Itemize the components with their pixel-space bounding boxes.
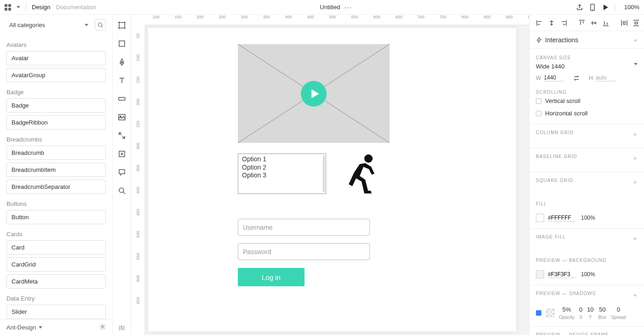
- chevron-down-icon: [39, 326, 42, 329]
- component-tool-icon[interactable]: [118, 150, 126, 158]
- group-header: Avatars: [6, 41, 106, 48]
- inspector: Interactions + Canvas size Wide 1440 W H…: [529, 15, 644, 335]
- vertical-scroll-checkbox[interactable]: Vertical scroll: [529, 95, 644, 107]
- tab-design[interactable]: Design: [32, 4, 50, 11]
- svg-rect-3: [119, 23, 125, 28]
- align-top-icon[interactable]: [578, 19, 586, 27]
- text-tool-icon[interactable]: [118, 76, 126, 85]
- component-item[interactable]: BreadcrumbItem: [6, 163, 106, 177]
- baseline-grid-section[interactable]: Baseline Grid+: [529, 148, 644, 167]
- icon-tool-icon[interactable]: [118, 131, 126, 140]
- svg-rect-4: [119, 41, 125, 46]
- page[interactable]: Option 1Option 2Option 3 Username Passwo…: [148, 28, 516, 331]
- fill-swatch[interactable]: [536, 214, 544, 222]
- component-item[interactable]: Button: [6, 210, 106, 224]
- svg-point-5: [121, 62, 122, 63]
- zoom-level[interactable]: 100%: [621, 4, 639, 11]
- list-option[interactable]: Option 2: [242, 164, 322, 172]
- username-input[interactable]: Username: [238, 219, 370, 236]
- video-placeholder[interactable]: [238, 44, 390, 143]
- svg-point-11: [364, 154, 373, 163]
- fill-section: Fill: [529, 196, 644, 212]
- component-item[interactable]: CardMeta: [6, 274, 106, 289]
- password-input[interactable]: Password: [238, 243, 370, 260]
- component-item[interactable]: BadgeRibbon: [6, 115, 106, 130]
- align-center-v-icon[interactable]: [590, 19, 598, 27]
- device-icon[interactable]: [589, 4, 596, 11]
- horizontal-scroll-checkbox[interactable]: Horizontal scroll: [529, 107, 644, 119]
- component-item[interactable]: Badge: [6, 98, 106, 113]
- shadow-enabled-checkbox[interactable]: [536, 310, 541, 316]
- component-item[interactable]: Breadcrumb: [6, 146, 106, 160]
- gear-icon[interactable]: [99, 324, 106, 331]
- doc-title[interactable]: Untitled: [320, 4, 340, 11]
- preview-bg-section: Preview — Background: [529, 252, 644, 268]
- align-left-icon[interactable]: [536, 19, 543, 27]
- add-interaction-icon[interactable]: +: [633, 36, 638, 44]
- component-item[interactable]: AvatarGroup: [6, 68, 106, 82]
- play-button[interactable]: [301, 81, 327, 107]
- fill-hex-input[interactable]: [548, 215, 575, 221]
- canvas-preset-dropdown[interactable]: Wide 1440: [529, 60, 644, 73]
- share-icon[interactable]: [576, 4, 583, 11]
- align-center-h-icon[interactable]: [548, 19, 555, 27]
- component-item[interactable]: Card: [6, 240, 106, 255]
- chevron-down-icon: [85, 24, 88, 26]
- tab-documentation[interactable]: Documentation: [56, 4, 96, 11]
- group-header: Data Entry: [6, 295, 106, 302]
- group-header: Cards: [6, 231, 106, 238]
- chevron-down-icon: [634, 63, 638, 70]
- comment-tool-icon[interactable]: [118, 168, 126, 176]
- swap-icon[interactable]: [573, 75, 580, 81]
- running-icon[interactable]: [346, 153, 383, 194]
- rectangle-tool-icon[interactable]: [118, 40, 126, 48]
- image-tool-icon[interactable]: [118, 113, 126, 121]
- fill-opacity[interactable]: 100%: [581, 215, 595, 221]
- preview-device-frame-section[interactable]: Preview — Device Frame+: [529, 326, 644, 335]
- width-input[interactable]: [544, 74, 564, 81]
- pen-tool-icon[interactable]: [118, 58, 126, 66]
- ruler-horizontal: 1001502002503003504004505005506006507007…: [145, 15, 529, 25]
- component-list[interactable]: AvatarsAvatarAvatarGroupBadgeBadgeBadgeR…: [0, 35, 112, 319]
- component-item[interactable]: BreadcrumbSeparator: [6, 180, 106, 194]
- distribute-v-icon[interactable]: [632, 19, 640, 27]
- align-right-icon[interactable]: [560, 19, 567, 27]
- play-icon[interactable]: [602, 4, 609, 11]
- distribute-h-icon[interactable]: [621, 19, 628, 27]
- bg-opacity[interactable]: 100%: [581, 271, 595, 278]
- find-tool-icon[interactable]: [118, 187, 126, 195]
- component-item[interactable]: CardGrid: [6, 257, 106, 272]
- more-icon[interactable]: ⋯: [344, 2, 352, 12]
- login-button[interactable]: Log in: [238, 268, 305, 286]
- svg-point-2: [102, 326, 104, 328]
- lightning-icon: [536, 37, 542, 43]
- group-header: Breadcrumbs: [6, 136, 106, 143]
- button-tool-icon[interactable]: [118, 95, 126, 103]
- column-grid-section[interactable]: Column Grid+: [529, 124, 644, 143]
- app-menu-icon[interactable]: [5, 4, 11, 11]
- bg-swatch[interactable]: [536, 270, 544, 278]
- list-option[interactable]: Option 3: [242, 171, 322, 180]
- topbar: Design Documentation Untitled ⋯ 100%: [0, 0, 644, 15]
- square-grid-section[interactable]: Square Grid+: [529, 172, 644, 191]
- align-bottom-icon[interactable]: [602, 19, 610, 27]
- chevron-down-icon[interactable]: [17, 6, 20, 8]
- preview-shadows-section[interactable]: Preview — Shadows+: [529, 285, 644, 304]
- image-fill-section[interactable]: Image Fill+: [529, 228, 644, 248]
- list-option[interactable]: Option 1: [242, 155, 322, 164]
- alignment-bar: [529, 15, 644, 31]
- search-button[interactable]: [95, 19, 106, 30]
- code-panel-icon[interactable]: {$}: [119, 325, 125, 330]
- group-header: Buttons: [6, 200, 106, 207]
- svg-point-1: [98, 23, 102, 26]
- height-input[interactable]: [596, 74, 616, 81]
- component-item[interactable]: Avatar: [6, 51, 106, 65]
- shadow-color-swatch[interactable]: [546, 309, 554, 317]
- artboard-tool-icon[interactable]: [118, 21, 126, 29]
- bg-hex-input[interactable]: [548, 271, 575, 278]
- listbox[interactable]: Option 1Option 2Option 3: [238, 153, 326, 194]
- category-dropdown[interactable]: All categories: [6, 20, 91, 30]
- library-dropdown[interactable]: Ant-Design: [6, 324, 42, 331]
- component-item[interactable]: Slider: [6, 305, 106, 319]
- interactions-panel[interactable]: Interactions +: [529, 31, 644, 49]
